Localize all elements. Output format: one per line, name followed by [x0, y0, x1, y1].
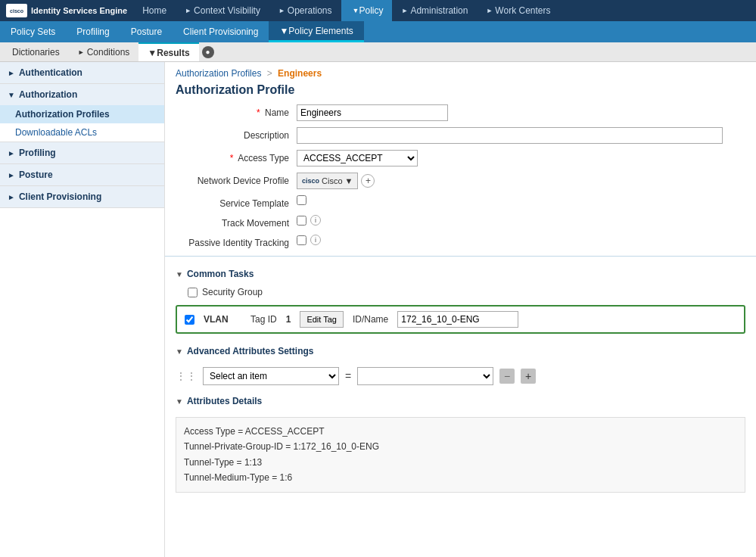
service-template-checkbox-row — [297, 195, 745, 205]
operations-arrow: ► — [278, 7, 285, 14]
nav-policy-elements[interactable]: ▼ Policy Elements — [269, 21, 363, 42]
track-movement-checkbox[interactable] — [297, 216, 306, 226]
section-divider-1 — [165, 256, 756, 257]
vlan-label: VLAN — [204, 314, 241, 325]
common-tasks-arrow: ▼ — [176, 270, 183, 278]
remove-attr-button[interactable]: − — [499, 369, 515, 384]
policy-elements-arrow: ▼ — [279, 26, 288, 36]
sidebar-section-posture: ► Posture — [0, 164, 164, 186]
authorization-expand-arrow: ▼ — [8, 91, 15, 99]
id-name-label: ID/Name — [353, 314, 388, 325]
access-type-field: ACCESS_ACCEPT ACCESS_REJECT — [297, 150, 745, 166]
service-template-checkbox[interactable] — [297, 195, 306, 205]
breadcrumb-parent[interactable]: Authorization Profiles — [176, 68, 261, 79]
network-device-profile-row: Network Device Profile cisco Cisco ▼ + — [176, 173, 745, 189]
passive-identity-info-icon[interactable]: i — [310, 235, 321, 245]
cisco-device-button[interactable]: cisco Cisco ▼ — [297, 173, 358, 189]
sidebar-section-profiling: ► Profiling — [0, 142, 164, 164]
drag-handle-icon[interactable]: ⋮⋮ — [176, 370, 197, 382]
attribute-select[interactable]: Select an item — [203, 367, 339, 385]
profiling-expand-arrow: ► — [8, 149, 15, 157]
track-movement-info-icon[interactable]: i — [310, 215, 321, 226]
nav-policy-sets[interactable]: Policy Sets — [0, 21, 66, 42]
name-input[interactable] — [297, 104, 448, 121]
app-title: Identity Services Engine — [31, 6, 127, 15]
track-movement-row: Track Movement i — [176, 215, 745, 229]
nav-posture[interactable]: Posture — [120, 21, 173, 42]
nav-operations[interactable]: ► Operations — [269, 0, 341, 21]
nav-dictionaries[interactable]: Dictionaries — [3, 42, 69, 61]
network-device-profile-label: Network Device Profile — [176, 173, 297, 186]
sidebar-header-profiling[interactable]: ► Profiling — [0, 142, 164, 163]
network-device-profile-field: cisco Cisco ▼ + — [297, 173, 745, 189]
access-type-select[interactable]: ACCESS_ACCEPT ACCESS_REJECT — [297, 150, 418, 166]
form-section: * Name Description * A — [165, 104, 756, 248]
sidebar-header-posture[interactable]: ► Posture — [0, 164, 164, 185]
sidebar-header-authentication[interactable]: ► Authentication — [0, 62, 164, 83]
nav-client-provisioning[interactable]: Client Provisioning — [173, 21, 269, 42]
passive-identity-checkbox[interactable] — [297, 235, 306, 245]
cisco-icon: cisco — [6, 4, 27, 17]
description-field — [297, 127, 745, 144]
cisco-small-icon: cisco — [302, 177, 319, 185]
sidebar-section-client-provisioning: ► Client Provisioning — [0, 186, 164, 208]
nav-home[interactable]: Home — [133, 0, 176, 21]
nav-administration[interactable]: ► Administration — [392, 0, 477, 21]
results-arrow: ▼ — [148, 48, 157, 58]
description-row: Description — [176, 127, 745, 144]
passive-identity-checkbox-row: i — [297, 235, 745, 245]
passive-identity-label: Passive Identity Tracking — [176, 235, 297, 248]
track-movement-checkbox-row: i — [297, 215, 745, 226]
passive-identity-row: Passive Identity Tracking i — [176, 235, 745, 248]
sidebar-header-authorization[interactable]: ▼ Authorization — [0, 84, 164, 105]
edit-tag-button[interactable]: Edit Tag — [300, 311, 344, 328]
common-tasks-header[interactable]: ▼ Common Tasks — [165, 264, 756, 284]
context-visibility-arrow: ► — [185, 7, 191, 14]
security-group-label: Security Group — [202, 287, 263, 297]
client-provisioning-expand-arrow: ► — [8, 193, 15, 201]
attribute-value-select[interactable] — [357, 367, 493, 385]
access-type-row: * Access Type ACCESS_ACCEPT ACCESS_REJEC… — [176, 150, 745, 166]
sidebar-authorization-content: Authorization Profiles Downloadable ACLs — [0, 105, 164, 142]
sidebar-header-client-provisioning[interactable]: ► Client Provisioning — [0, 186, 164, 207]
vlan-checkbox[interactable] — [185, 315, 194, 325]
second-nav: Policy Sets Profiling Posture Client Pro… — [0, 21, 756, 42]
sidebar-item-downloadable-acls[interactable]: Downloadable ACLs — [0, 123, 164, 142]
nav-conditions[interactable]: ► Conditions — [69, 42, 139, 61]
nav-context-visibility[interactable]: ► Context Visibility — [176, 0, 269, 21]
access-type-required-star: * — [230, 153, 234, 163]
sidebar: ► Authentication ▼ Authorization Authori… — [0, 62, 165, 557]
id-name-input[interactable] — [397, 311, 518, 328]
advanced-attrs-header[interactable]: ▼ Advanced Attributes Settings — [165, 341, 756, 361]
equals-sign: = — [345, 370, 351, 382]
nav-profiling[interactable]: Profiling — [66, 21, 120, 42]
name-required-star: * — [257, 107, 260, 118]
nav-policy[interactable]: ▼ Policy — [341, 0, 393, 21]
name-label: * Name — [176, 104, 297, 118]
advanced-attrs-arrow: ▼ — [176, 347, 183, 356]
add-device-profile-button[interactable]: + — [361, 174, 375, 188]
name-row: * Name — [176, 104, 745, 121]
attrs-details-header[interactable]: ▼ Attributes Details — [165, 391, 756, 411]
nav-results[interactable]: ▼ Results — [138, 42, 198, 61]
security-group-row: Security Group — [165, 284, 756, 300]
tag-id-label: Tag ID — [250, 314, 277, 325]
sidebar-section-authentication: ► Authentication — [0, 62, 164, 84]
add-attr-button[interactable]: + — [521, 369, 536, 384]
security-group-checkbox[interactable] — [188, 288, 198, 297]
breadcrumb-separator: > — [267, 68, 272, 79]
third-nav: Dictionaries ► Conditions ▼ Results ● — [0, 42, 756, 62]
content-area: Authorization Profiles > Engineers Autho… — [165, 62, 756, 557]
nav-work-centers[interactable]: ► Work Centers — [477, 0, 559, 21]
track-movement-label: Track Movement — [176, 215, 297, 229]
work-centers-arrow: ► — [486, 7, 493, 14]
conditions-arrow: ► — [78, 48, 85, 56]
attrs-detail-line-4: Tunnel-Medium-Type = 1:6 — [184, 470, 737, 485]
attrs-details-content: Access Type = ACCESS_ACCEPT Tunnel-Priva… — [176, 417, 745, 493]
collapse-button[interactable]: ● — [202, 46, 214, 58]
description-input[interactable] — [297, 127, 723, 144]
page-title: Authorization Profile — [165, 82, 756, 104]
top-nav: Home ► Context Visibility ► Operations ▼… — [133, 0, 756, 21]
sidebar-item-authorization-profiles[interactable]: Authorization Profiles — [0, 105, 164, 123]
vlan-row: VLAN Tag ID 1 Edit Tag ID/Name — [176, 305, 745, 334]
